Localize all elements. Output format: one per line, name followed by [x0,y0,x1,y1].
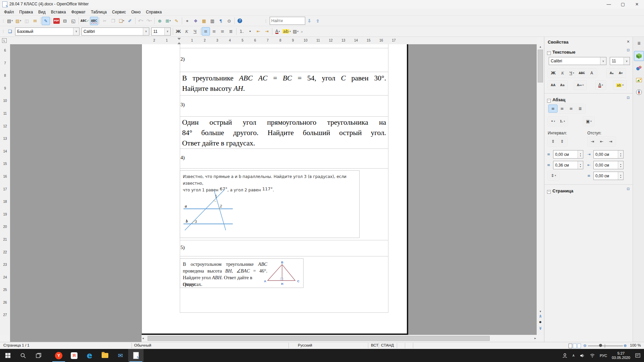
document-page[interactable]: 2) В треугольнике ABC AC = BC = 54, угол… [142,44,408,335]
spellcheck-button[interactable]: ABC [80,17,90,25]
cut-button[interactable]: ✂ [101,17,109,25]
formatting-marks-button[interactable]: ¶ [217,17,225,25]
minimize-button[interactable]: — [602,0,616,9]
page-indicator[interactable]: Страница 1 / 1 [3,343,30,347]
menu-table[interactable]: Таблица [88,9,109,15]
horizontal-scrollbar[interactable]: ◂ ▸ [142,335,537,342]
menu-file[interactable]: Файл [1,9,17,15]
find-previous-button[interactable]: ⇧ [314,17,322,25]
sb-bullet-list-button[interactable]: • [548,117,557,125]
data-sources-button[interactable]: ▥ [208,17,217,25]
tab-navigator[interactable] [634,87,644,97]
indent-marker[interactable] [177,38,181,44]
find-input[interactable] [270,17,305,25]
text-dialog-launcher-icon[interactable]: ⊡ [627,48,630,52]
sb-align-right-button[interactable]: ≡ [567,105,576,113]
open-button[interactable]: ▨ [14,17,22,25]
new-document-button[interactable]: ▤ [6,17,14,25]
find-toolbar-handle[interactable]: ⋮ [264,19,267,23]
firstline-indent-field[interactable]: ≡0,00 см▴▾ [587,172,624,180]
page-dialog-launcher-icon[interactable]: ⊡ [627,187,630,191]
sb-bold-button[interactable]: Ж [548,69,558,77]
maximize-button[interactable]: ▢ [616,0,630,9]
sb-uppercase-button[interactable]: АА [548,81,558,89]
sb-strikethrough-button[interactable]: ABC [576,69,587,77]
sidebar-font-size-combo[interactable]: 11∨ [610,57,630,65]
table-button[interactable]: ⊞ [164,17,172,25]
taskbar-file-explorer[interactable] [97,349,113,362]
highlighting-button[interactable]: ab [282,27,291,36]
sb-align-center-button[interactable]: ≡ [557,105,567,113]
wifi-icon[interactable] [590,353,595,358]
sb-align-justify-button[interactable]: ≣ [576,105,585,113]
tab-styles[interactable] [634,63,644,73]
selection-mode-indicator[interactable]: СТАНД [381,343,394,347]
font-size-combo[interactable]: 11∨ [151,27,171,36]
tab-gallery[interactable] [634,75,644,85]
menu-insert[interactable]: Вставка [48,9,69,15]
undo-button[interactable]: ↶ [137,17,145,25]
tab-stop-selector[interactable]: L [0,37,10,45]
sb-numbered-list-button[interactable]: 1. [557,117,567,125]
font-name-combo[interactable]: Calibri∨ [82,27,149,36]
copy-button[interactable]: ❐ [109,17,117,25]
taskbar-openoffice-writer[interactable] [128,349,144,362]
next-page-button[interactable]: ≫ [537,326,544,332]
vertical-ruler[interactable]: 6789101112131415161718192021222324252627 [0,44,10,335]
align-right-button[interactable]: ≡ [218,27,227,36]
horizontal-ruler[interactable]: 211234567891011121314151617 [10,37,537,45]
menu-window[interactable]: Окно [128,9,143,15]
task-view-button[interactable] [31,349,46,362]
sb-char-spacing-button[interactable]: А↔ [575,81,586,89]
align-justify-button[interactable]: ≣ [227,27,235,36]
email-button[interactable]: ✉ [31,17,39,25]
export-pdf-button[interactable]: PDF [52,17,61,25]
format-paintbrush-button[interactable]: ✐ [126,17,134,25]
scroll-left-arrow[interactable]: ◂ [142,337,144,340]
bold-button[interactable]: Ж [174,27,182,36]
find-next-button[interactable]: ⇩ [305,17,314,25]
zoom-slider-thumb[interactable] [599,344,602,347]
toolbar-handle-2[interactable]: ⋮ [2,29,5,33]
toolbar-overflow[interactable]: » [301,29,303,34]
page-section-header[interactable]: +Страница [547,188,573,194]
sb-decrease-indent-button[interactable]: ⇤ [597,137,606,145]
menu-tools[interactable]: Сервис [109,9,128,15]
page-preview-button[interactable]: ◱ [69,17,77,25]
menu-view[interactable]: Вид [36,9,48,15]
single-page-view-button[interactable] [569,344,572,348]
chevron-down-icon[interactable]: ∨ [143,28,149,35]
print-button[interactable]: ⊟ [61,17,69,25]
after-indent-field[interactable]: ⇤0,00 см▴▾ [587,161,624,169]
menu-help[interactable]: Справка [143,9,164,15]
sb-decrease-font-button[interactable]: А▾ [616,69,625,77]
taskbar-edge[interactable]: e [82,349,97,362]
paragraph-section-header[interactable]: −Абзац [547,97,566,103]
numbered-list-button[interactable]: 1. [237,27,246,36]
edit-file-button[interactable]: ✎ [42,17,50,25]
paste-button[interactable]: ❑ [117,17,126,25]
zoom-out-icon[interactable]: ⊖ [583,343,587,348]
sb-highlight-button[interactable]: ab [614,81,626,89]
taskbar-mail[interactable]: ✉ [113,349,128,362]
sb-lowercase-button[interactable]: Аа [558,81,567,89]
scroll-down-arrow[interactable]: ▾ [537,310,544,313]
search-button[interactable] [15,349,31,362]
autospellcheck-button[interactable]: ABC [90,17,98,25]
above-spacing-field[interactable]: ≡0,00 см▴▾ [547,150,583,159]
decrease-indent-button[interactable]: ⇤ [254,27,263,36]
scroll-right-arrow[interactable]: ▸ [534,337,536,340]
background-color-button[interactable]: ▨ [291,27,300,36]
align-center-button[interactable]: ≡ [210,27,218,36]
tab-properties[interactable] [634,51,644,61]
chevron-down-icon[interactable]: ∨ [164,28,170,35]
navigator-button[interactable]: ❖ [192,17,200,25]
people-icon[interactable] [562,353,568,358]
line-spacing-button[interactable]: ⇕ [548,171,559,180]
hidden-icons-chevron[interactable]: ∧ [572,353,575,358]
multi-page-view-button[interactable] [573,344,577,348]
paragraph-style-combo[interactable]: Базовый∨ [15,27,79,36]
draw-functions-button[interactable]: ✎ [172,17,181,25]
underline-button[interactable]: Ч [191,27,199,36]
close-button[interactable]: × [630,0,644,9]
